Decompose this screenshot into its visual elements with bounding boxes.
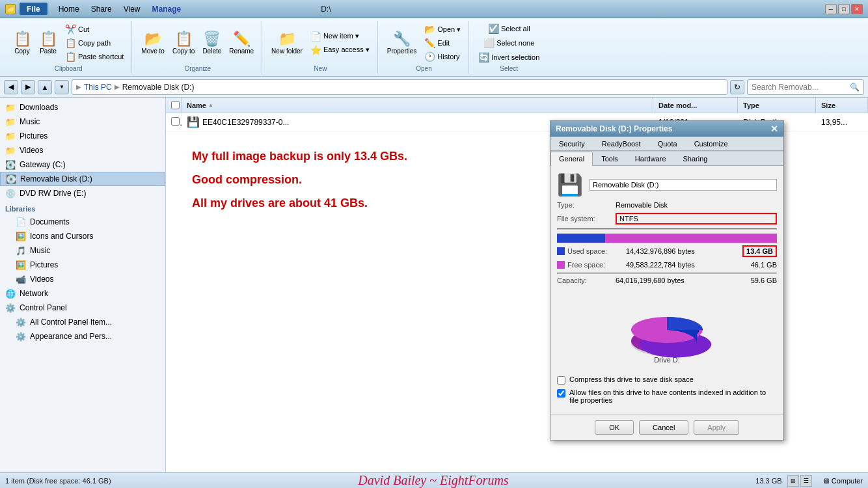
cut-button[interactable]: ✂️ Cut bbox=[62, 23, 126, 36]
restore-button[interactable]: □ bbox=[838, 4, 850, 14]
history-label: History bbox=[437, 53, 459, 61]
tab-readyboost[interactable]: ReadyBoost bbox=[593, 137, 649, 150]
sidebar-label-pictures: Pictures bbox=[20, 131, 47, 141]
up-button[interactable]: ▲ bbox=[38, 80, 52, 94]
tab-general[interactable]: General bbox=[550, 152, 593, 166]
dialog-used-row: Used space: 14,432,976,896 bytes 13.4 GB bbox=[557, 245, 777, 257]
paste-shortcut-button[interactable]: 📋 Paste shortcut bbox=[62, 50, 126, 63]
breadcrumb-this-pc[interactable]: This PC bbox=[84, 83, 112, 92]
sidebar-item-removable-d[interactable]: 💽Removable Disk (D:) bbox=[0, 172, 165, 186]
col-header-type[interactable]: Type bbox=[738, 98, 816, 113]
tab-sharing[interactable]: Sharing bbox=[675, 152, 716, 165]
back-button[interactable]: ◀ bbox=[4, 80, 18, 94]
open-buttons: 🔧 Properties 📂 Open ▾ ✏️ Edit 🕐 History bbox=[385, 22, 464, 64]
row-checkbox[interactable] bbox=[166, 117, 182, 128]
edit-button[interactable]: ✏️ Edit bbox=[422, 36, 463, 49]
index-checkbox[interactable] bbox=[557, 389, 565, 398]
sidebar-item-appearance[interactable]: ⚙️Appearance and Pers... bbox=[0, 329, 165, 344]
open-button[interactable]: 📂 Open ▾ bbox=[422, 23, 463, 36]
dialog-tabs-row2: General Tools Hardware Sharing bbox=[550, 151, 783, 166]
file-icon: 💾 bbox=[187, 116, 200, 128]
open-icon: 📂 bbox=[424, 24, 435, 34]
properties-button[interactable]: 🔧 Properties bbox=[385, 31, 420, 56]
cancel-button[interactable]: Cancel bbox=[639, 420, 688, 435]
tab-quota[interactable]: Quota bbox=[649, 137, 686, 150]
forward-button[interactable]: ▶ bbox=[21, 80, 35, 94]
dialog-close-button[interactable]: ✕ bbox=[770, 124, 778, 134]
col-header-check[interactable] bbox=[166, 98, 182, 113]
copy-button[interactable]: 📋 Copy bbox=[10, 31, 34, 56]
search-icon: 🔍 bbox=[850, 83, 860, 92]
sidebar-item-gateway-c[interactable]: 💽Gateway (C:) bbox=[0, 157, 165, 172]
tab-customize[interactable]: Customize bbox=[686, 137, 737, 150]
breadcrumb-current[interactable]: Removable Disk (D:) bbox=[122, 83, 195, 92]
sidebar-item-downloads[interactable]: 📁Downloads bbox=[0, 100, 165, 115]
move-to-button[interactable]: 📂 Move to bbox=[139, 31, 167, 56]
invert-icon: 🔄 bbox=[478, 52, 489, 62]
sidebar-item-icons-cursors[interactable]: 🖼️Icons and Cursors bbox=[0, 229, 165, 243]
easy-access-label: Easy access ▾ bbox=[323, 46, 370, 54]
tab-home[interactable]: Home bbox=[53, 3, 85, 15]
ok-button[interactable]: OK bbox=[595, 420, 634, 435]
sidebar-item-music2[interactable]: 🎵Music bbox=[0, 243, 165, 258]
sidebar-item-videos2[interactable]: 📹Videos bbox=[0, 272, 165, 286]
close-button[interactable]: ✕ bbox=[851, 4, 863, 14]
sidebar-item-network[interactable]: 🌐Network bbox=[0, 286, 165, 301]
easy-access-button[interactable]: ⭐ Easy access ▾ bbox=[308, 44, 372, 57]
sidebar-item-documents[interactable]: 📄Documents bbox=[0, 215, 165, 229]
sidebar-item-all-control-panel[interactable]: ⚙️All Control Panel Item... bbox=[0, 315, 165, 329]
sidebar: 📁Downloads📁Music📁Pictures📁Videos💽Gateway… bbox=[0, 98, 166, 472]
tab-share[interactable]: Share bbox=[85, 3, 118, 15]
rename-icon: ✏️ bbox=[233, 32, 251, 46]
grid-view-button[interactable]: ⊞ bbox=[787, 475, 799, 487]
sidebar-label-downloads: Downloads bbox=[20, 103, 58, 112]
select-all-label: Select all bbox=[501, 25, 530, 33]
tab-file[interactable]: File bbox=[20, 3, 47, 15]
history-button[interactable]: 🕐 History bbox=[422, 50, 463, 63]
new-item-button[interactable]: 📄 New item ▾ bbox=[308, 30, 372, 43]
copy-to-button[interactable]: 📋 Copy to bbox=[170, 31, 197, 56]
invert-selection-button[interactable]: 🔄 Invert selection bbox=[476, 51, 542, 64]
edit-icon: ✏️ bbox=[424, 38, 435, 48]
expand-button[interactable]: ▼ bbox=[55, 80, 69, 94]
tab-view[interactable]: View bbox=[118, 3, 146, 15]
open-group: 🔧 Properties 📂 Open ▾ ✏️ Edit 🕐 History bbox=[379, 21, 470, 74]
delete-button[interactable]: 🗑️ Delete bbox=[200, 31, 224, 56]
tab-hardware[interactable]: Hardware bbox=[627, 152, 675, 165]
select-all-checkbox[interactable] bbox=[171, 101, 180, 109]
sidebar-label-appearance: Appearance and Pers... bbox=[30, 332, 112, 341]
minimize-button[interactable]: ─ bbox=[825, 4, 837, 14]
col-header-size[interactable]: Size bbox=[816, 98, 868, 113]
select-none-button[interactable]: ⬜ Select none bbox=[481, 36, 537, 49]
select-all-button[interactable]: ☑️ Select all bbox=[485, 22, 533, 35]
cut-icon: ✂️ bbox=[65, 24, 76, 34]
sidebar-icon-all-control-panel: ⚙️ bbox=[16, 317, 26, 327]
sidebar-item-music[interactable]: 📁Music bbox=[0, 115, 165, 129]
sidebar-item-control-panel[interactable]: ⚙️Control Panel bbox=[0, 301, 165, 315]
sidebar-item-videos[interactable]: 📁Videos bbox=[0, 143, 165, 157]
sidebar-item-pictures[interactable]: 📁Pictures bbox=[0, 129, 165, 143]
organize-group-label: Organize bbox=[184, 64, 211, 72]
compress-checkbox[interactable] bbox=[557, 376, 565, 385]
paste-button[interactable]: 📋 Paste bbox=[36, 31, 60, 56]
new-buttons: 📁 New folder 📄 New item ▾ ⭐ Easy access … bbox=[269, 22, 372, 64]
tab-security[interactable]: Security bbox=[550, 137, 593, 150]
tab-manage[interactable]: Manage bbox=[146, 3, 187, 15]
new-folder-button[interactable]: 📁 New folder bbox=[269, 31, 305, 56]
col-header-date[interactable]: Date mod... bbox=[653, 98, 738, 113]
search-input[interactable] bbox=[752, 83, 847, 92]
refresh-button[interactable]: ↻ bbox=[730, 80, 744, 94]
sidebar-label-dvd-e: DVD RW Drive (E:) bbox=[20, 189, 86, 198]
sidebar-item-pictures2[interactable]: 🖼️Pictures bbox=[0, 258, 165, 272]
new-folder-icon: 📁 bbox=[278, 32, 296, 46]
rename-button[interactable]: ✏️ Rename bbox=[226, 31, 256, 56]
copy-path-button[interactable]: 📋 Copy path bbox=[62, 36, 126, 49]
tab-tools[interactable]: Tools bbox=[593, 152, 627, 165]
apply-button[interactable]: Apply bbox=[694, 420, 739, 435]
col-header-name[interactable]: Name ▲ bbox=[182, 98, 653, 113]
list-view-button[interactable]: ☰ bbox=[800, 475, 812, 487]
dialog-name-box[interactable]: Removable Disk (D:) bbox=[590, 179, 777, 191]
search-box[interactable]: 🔍 bbox=[747, 79, 864, 95]
disk-chart: Drive D: bbox=[615, 291, 719, 369]
sidebar-item-dvd-e[interactable]: 💿DVD RW Drive (E:) bbox=[0, 186, 165, 200]
